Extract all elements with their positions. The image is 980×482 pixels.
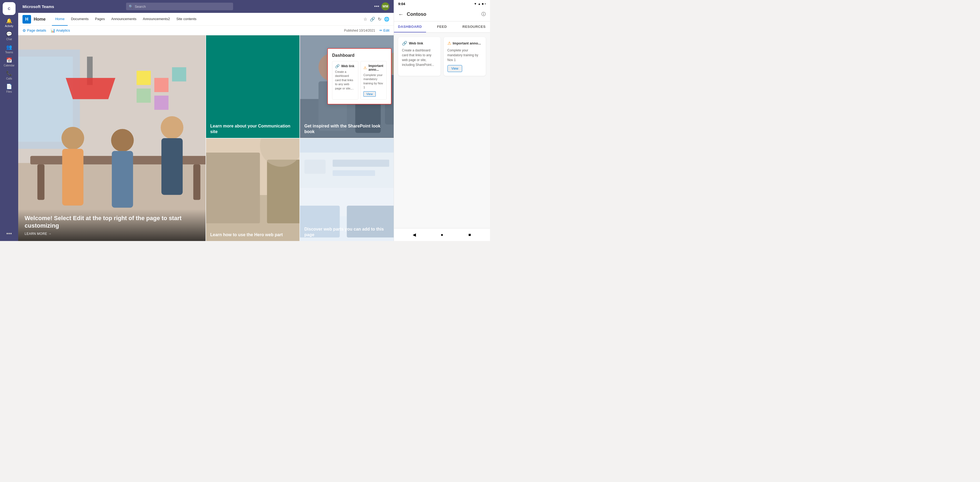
svg-rect-3 <box>18 56 73 142</box>
hero-cell-content-2: Get inspired with the SharePoint look bo… <box>300 120 394 138</box>
page-details-icon: ⚙ <box>22 29 26 33</box>
sp-navigation: H Home Home Documents Pages Announcement… <box>18 13 394 26</box>
hero-cell-title-1: Learn more about your Communication site <box>210 123 296 135</box>
tab-resources[interactable]: RESOURCES <box>458 21 490 32</box>
svg-rect-41 <box>305 160 326 174</box>
sp-refresh-icon[interactable]: ↻ <box>378 17 381 22</box>
page-details-button[interactable]: ⚙ Page details <box>22 29 46 33</box>
mobile-card-2-label: Important anno... <box>453 41 481 45</box>
mobile-preview-panel: 9:04 ▼ ▲ ■ • ← Contoso ⓘ DASHBOARD FEED … <box>394 0 490 241</box>
sp-globe-icon[interactable]: 🌐 <box>384 17 390 22</box>
recent-square-icon: ■ <box>468 232 471 237</box>
sidebar-item-activity[interactable]: 🔔 Activity <box>1 16 17 29</box>
sp-site-name[interactable]: Home <box>34 17 46 22</box>
signal-icon: ▲ <box>478 2 481 5</box>
svg-rect-34 <box>267 160 299 223</box>
mobile-web-link-icon: 🔗 <box>402 41 407 46</box>
hero-cell-title-3: Learn how to use the Hero web part <box>210 232 296 238</box>
svg-marker-22 <box>66 78 115 99</box>
teams-search-bar[interactable]: 🔍 Search <box>126 3 233 10</box>
mobile-back-nav-button[interactable]: ◀ <box>410 231 418 239</box>
mobile-view-button[interactable]: View <box>447 65 463 72</box>
hero-cell-hero-webpart[interactable]: Learn how to use the Hero web part <box>206 139 300 241</box>
sp-nav-home[interactable]: Home <box>52 13 68 26</box>
back-nav-icon: ◀ <box>413 232 416 237</box>
mobile-card-1-header: 🔗 Web link <box>402 41 437 46</box>
hero-learn-more[interactable]: LEARN MORE → <box>25 232 199 236</box>
dash-card-1-header: 🔗 Web link <box>335 64 355 68</box>
mobile-header: ← Contoso ⓘ <box>394 8 490 21</box>
dashboard-view-button[interactable]: View <box>363 91 376 97</box>
dashboard-popup: Dashboard 🔗 Web link Create a dashboard … <box>327 48 391 104</box>
search-placeholder: Search <box>135 5 146 9</box>
mobile-card-weblink: 🔗 Web link Create a dashboard card that … <box>398 37 441 76</box>
hero-main-overlay: Welcome! Select Edit at the top right of… <box>18 209 205 241</box>
more-options-button[interactable]: ••• <box>374 4 379 10</box>
mobile-cards-row: 🔗 Web link Create a dashboard card that … <box>398 37 486 76</box>
sp-nav-announcements[interactable]: Announcements <box>108 13 140 26</box>
teams-icon: 👥 <box>6 44 12 50</box>
mobile-card-1-label: Web link <box>409 41 423 45</box>
user-avatar[interactable]: WM <box>381 2 390 10</box>
mobile-time: 9:04 <box>398 2 405 6</box>
dashboard-card-announcement: ⚠ Important anno... Complete your mandat… <box>361 61 387 100</box>
activity-icon: 🔔 <box>6 18 12 24</box>
svg-rect-19 <box>137 89 151 103</box>
dashboard-cards: 🔗 Web link Create a dashboard card that … <box>332 61 387 100</box>
sidebar-item-contoso[interactable]: C <box>3 2 16 15</box>
sidebar-item-chat[interactable]: 💬 Chat <box>1 29 17 42</box>
sp-nav-pages[interactable]: Pages <box>92 13 108 26</box>
edit-button[interactable]: ✏ Edit <box>379 29 390 32</box>
analytics-icon: 📊 <box>51 29 55 33</box>
dash-card-1-label: Web link <box>341 64 354 68</box>
dash-card-1-desc: Create a dashboard card that links to an… <box>335 70 355 91</box>
svg-rect-11 <box>62 149 83 206</box>
hero-cell-webparts[interactable]: Discover web parts you can add to this p… <box>300 139 394 241</box>
mobile-card-2-header: ⚠ Important anno... <box>447 41 482 46</box>
mobile-recent-button[interactable]: ■ <box>465 231 474 239</box>
calendar-icon: 📅 <box>6 57 12 64</box>
mobile-info-button[interactable]: ⓘ <box>481 11 486 17</box>
mobile-home-button[interactable]: ● <box>438 231 446 239</box>
sidebar-item-teams[interactable]: 👥 Teams <box>1 42 17 56</box>
mobile-card-1-desc: Create a dashboard card that links to an… <box>402 48 437 67</box>
dash-card-2-desc: Complete your mandatory training by Nov … <box>363 73 384 90</box>
svg-point-14 <box>161 116 183 139</box>
tab-dashboard[interactable]: DASHBOARD <box>394 21 426 32</box>
sidebar-item-files[interactable]: 📄 Files <box>1 82 17 95</box>
search-icon: 🔍 <box>129 5 133 9</box>
sp-nav-announcements2[interactable]: Announcements2 <box>140 13 173 26</box>
topbar-right: ••• WM <box>374 2 390 10</box>
sp-site-icon: H <box>22 15 31 24</box>
mobile-status-bar: 9:04 ▼ ▲ ■ • <box>394 0 490 8</box>
sharepoint-container: H Home Home Documents Pages Announcement… <box>18 13 394 241</box>
analytics-button[interactable]: 📊 Analytics <box>51 29 70 33</box>
sp-link-icon[interactable]: 🔗 <box>370 17 375 22</box>
teams-app-title: Microsoft Teams <box>22 4 54 9</box>
hero-main-cell[interactable]: Welcome! Select Edit at the top right of… <box>18 35 205 241</box>
tab-feed[interactable]: FEED <box>426 21 458 32</box>
svg-rect-16 <box>137 71 151 85</box>
sp-nav-documents[interactable]: Documents <box>68 13 92 26</box>
sp-nav-site-contents[interactable]: Site contents <box>173 13 200 26</box>
wifi-icon: ▼ <box>474 2 477 5</box>
mobile-app-title: Contoso <box>407 11 426 17</box>
sp-favorite-icon[interactable]: ☆ <box>363 17 367 22</box>
files-icon: 📄 <box>6 83 12 90</box>
mobile-back-button[interactable]: ← <box>398 11 404 18</box>
mobile-bottom-bar: ◀ ● ■ <box>394 228 490 241</box>
svg-rect-42 <box>332 160 389 166</box>
dashboard-title: Dashboard <box>332 53 387 58</box>
more-apps-button[interactable]: ••• <box>4 228 14 239</box>
sidebar-item-calendar[interactable]: 📅 Calendar <box>1 56 17 69</box>
sidebar-item-calls[interactable]: 📞 Calls <box>1 69 17 82</box>
hero-cell-title-4: Discover web parts you can add to this p… <box>304 227 390 238</box>
hero-cell-content-3: Learn how to use the Hero web part <box>206 229 300 241</box>
mobile-card-announcement: ⚠ Important anno... Complete your mandat… <box>444 37 486 76</box>
hero-cell-communication[interactable]: Learn more about your Communication site <box>206 35 300 138</box>
edit-icon: ✏ <box>379 29 382 32</box>
dash-card-2-label: Important anno... <box>369 64 384 72</box>
main-content: Microsoft Teams 🔍 Search ••• WM H Home H… <box>18 0 394 241</box>
hero-cell-content-4: Discover web parts you can add to this p… <box>300 223 394 241</box>
published-date: Published 10/14/2021 <box>344 29 375 32</box>
